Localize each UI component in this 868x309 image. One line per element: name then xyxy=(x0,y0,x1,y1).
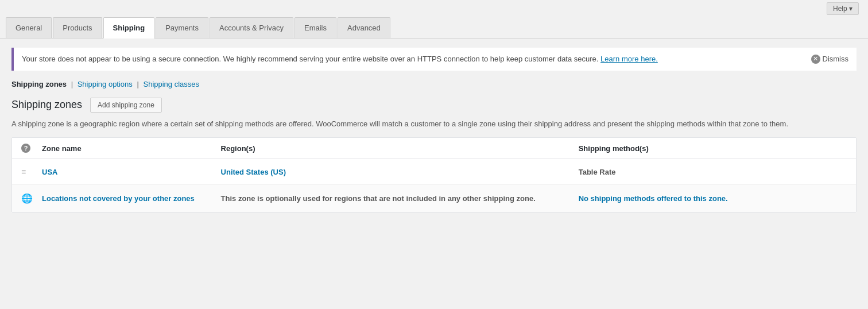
tab-accounts-privacy[interactable]: Accounts & Privacy xyxy=(210,17,293,38)
tab-advanced[interactable]: Advanced xyxy=(338,17,390,38)
subnav-shipping-classes[interactable]: Shipping classes xyxy=(143,80,199,88)
subnav-shipping-options[interactable]: Shipping options xyxy=(78,80,133,88)
globe-icon-col: 🌐 xyxy=(21,193,42,204)
uncovered-region-cell: This zone is optionally used for regions… xyxy=(221,194,579,203)
globe-icon: 🌐 xyxy=(21,194,33,203)
dismiss-icon: ✕ xyxy=(811,55,820,64)
uncovered-zone-name-link[interactable]: Locations not covered by your other zone… xyxy=(42,194,195,203)
uncovered-zone-row: 🌐 Locations not covered by your other zo… xyxy=(12,185,856,212)
tab-shipping[interactable]: Shipping xyxy=(103,17,155,38)
tab-emails[interactable]: Emails xyxy=(294,17,336,38)
zone-method-cell: Table Rate xyxy=(579,168,847,176)
add-shipping-zone-button[interactable]: Add shipping zone xyxy=(90,98,162,113)
subnav-shipping-zones[interactable]: Shipping zones xyxy=(11,80,67,88)
no-methods-text: No shipping methods offered to this zone… xyxy=(579,194,728,203)
help-button[interactable]: Help xyxy=(827,2,859,15)
notice-text: Your store does not appear to be using a… xyxy=(22,53,800,65)
tab-general[interactable]: General xyxy=(6,17,52,38)
notice-banner: Your store does not appear to be using a… xyxy=(11,48,857,71)
notice-learn-more-link[interactable]: Learn more here. xyxy=(600,55,658,63)
table-header-row: ? Zone name Region(s) Shipping method(s) xyxy=(12,138,856,159)
shipping-zones-table: ? Zone name Region(s) Shipping method(s)… xyxy=(11,137,857,213)
main-content: Your store does not appear to be using a… xyxy=(0,48,868,213)
top-help-bar: Help xyxy=(0,0,868,17)
table-row: ≡ USA United States (US) Table Rate xyxy=(12,159,856,185)
help-question-icon[interactable]: ? xyxy=(21,144,30,153)
zone-name-link[interactable]: USA xyxy=(42,168,57,176)
dismiss-button[interactable]: ✕ Dismiss xyxy=(811,55,849,64)
header-regions: Region(s) xyxy=(221,144,579,153)
region-text: United States (US) xyxy=(221,168,286,176)
section-header: Shipping zones Add shipping zone xyxy=(0,92,868,116)
uncovered-region-text: This zone is optionally used for regions… xyxy=(221,194,536,203)
tab-payments[interactable]: Payments xyxy=(156,17,208,38)
uncovered-method-cell: No shipping methods offered to this zone… xyxy=(579,194,847,203)
uncovered-zone-name-cell: Locations not covered by your other zone… xyxy=(42,194,221,203)
nav-tabs: General Products Shipping Payments Accou… xyxy=(0,17,868,38)
zone-name-cell: USA xyxy=(42,168,221,176)
header-icon-col: ? xyxy=(21,144,42,153)
zone-region-cell: United States (US) xyxy=(221,168,579,176)
section-title: Shipping zones xyxy=(11,99,82,111)
header-shipping-methods: Shipping method(s) xyxy=(579,144,847,153)
drag-handle-col: ≡ xyxy=(21,167,42,176)
drag-handle-icon[interactable]: ≡ xyxy=(21,167,26,176)
sub-nav: Shipping zones | Shipping options | Ship… xyxy=(0,76,868,92)
description-text: A shipping zone is a geographic region w… xyxy=(0,116,868,138)
header-zone-name: Zone name xyxy=(42,144,221,153)
method-text: Table Rate xyxy=(579,168,616,176)
tab-products[interactable]: Products xyxy=(53,17,102,38)
